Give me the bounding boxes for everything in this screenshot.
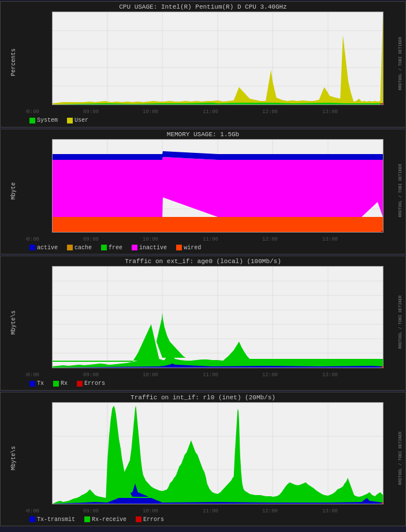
net-ext-chart-title: Traffic on ext_if: age0 (local) (100Mb/s…	[1, 256, 405, 266]
memory-active-box	[29, 245, 35, 250]
cpu-side-label: RRDTOOL / TOBI OETIKER	[395, 12, 405, 115]
int-tx-label: Tx-transmit	[37, 516, 75, 523]
memory-chart: MEMORY USAGE: 1.5Gb Mbyte	[0, 129, 406, 255]
cpu-system-label: System	[37, 117, 58, 123]
memory-chart-area: 1.5 G 1.0 G 0.5 G 0	[52, 139, 383, 233]
svg-text:09:00: 09:00	[83, 508, 99, 514]
svg-text:10:00: 10:00	[143, 237, 158, 242]
svg-text:12:00: 12:00	[262, 237, 278, 242]
cpu-user-legend-box	[67, 118, 73, 123]
int-rx-label: Rx-receive	[92, 516, 126, 523]
ext-errors-box	[77, 381, 83, 387]
svg-text:09:00: 09:00	[83, 109, 99, 115]
net-int-y-label: Mbyte\s	[10, 445, 17, 471]
memory-free-box	[101, 245, 107, 250]
svg-text:10:00: 10:00	[143, 109, 158, 115]
svg-text:10:00: 10:00	[143, 372, 158, 378]
memory-free-label: free	[109, 245, 122, 251]
net-ext-legend: Tx Rx Errors	[1, 379, 405, 390]
memory-wired-label: wired	[184, 245, 201, 251]
svg-text:11:00: 11:00	[203, 237, 218, 242]
cpu-chart-area: 100 80 60 40 20 0 08:00 09:00 10:00	[52, 12, 383, 105]
cpu-legend: System User	[1, 115, 405, 127]
svg-text:13:00: 13:00	[322, 237, 338, 242]
svg-marker-49	[53, 217, 383, 232]
ext-tx-label: Tx	[37, 380, 44, 387]
net-ext-y-label: Mbyte\s	[10, 310, 17, 335]
svg-text:13:00: 13:00	[322, 372, 338, 378]
svg-marker-50	[53, 157, 383, 217]
int-rx-box	[84, 516, 90, 522]
net-ext-chart: Traffic on ext_if: age0 (local) (100Mb/s…	[0, 256, 406, 391]
svg-text:09:00: 09:00	[83, 237, 99, 242]
memory-side-label: RRDTOOL / TOBI OETIKER	[395, 139, 405, 243]
svg-text:08:00: 08:00	[26, 237, 39, 242]
net-int-chart: Traffic on int_if: rl0 (inet) (20Mb/s) M…	[0, 392, 406, 527]
svg-text:11:00: 11:00	[203, 109, 218, 115]
memory-y-label: Mbyte	[10, 178, 17, 204]
svg-text:11:00: 11:00	[203, 508, 218, 514]
memory-cache-label: cache	[75, 245, 92, 251]
memory-legend: active cache free inactive wired	[1, 243, 405, 254]
memory-cache-box	[67, 245, 73, 250]
cpu-y-label: Percents	[10, 51, 17, 76]
svg-text:09:00: 09:00	[83, 372, 99, 378]
net-int-side-label: RRDTOOL / TOBI OETIKER	[395, 402, 405, 515]
memory-inactive-box	[132, 245, 137, 250]
memory-chart-title: MEMORY USAGE: 1.5Gb	[1, 129, 405, 139]
cpu-user-label: User	[75, 117, 88, 123]
svg-text:12:00: 12:00	[262, 372, 278, 378]
svg-text:10:00: 10:00	[143, 508, 158, 514]
memory-wired-box	[176, 245, 182, 250]
net-int-chart-area: 2.0 M 1.0 M 0	[52, 402, 383, 504]
ext-rx-box	[53, 381, 59, 387]
ext-errors-label: Errors	[84, 380, 105, 387]
ext-tx-box	[29, 381, 35, 387]
net-ext-chart-area: 14 M 12 M 10 M 8 M 6 M 4 M 2 M 0	[52, 266, 383, 368]
svg-text:08:00: 08:00	[26, 508, 39, 514]
int-tx-box	[29, 516, 35, 522]
svg-text:13:00: 13:00	[322, 508, 338, 514]
int-errors-box	[136, 516, 141, 522]
svg-text:13:00: 13:00	[322, 109, 338, 115]
net-int-legend: Tx-transmit Rx-receive Errors	[1, 515, 405, 526]
svg-text:12:00: 12:00	[262, 109, 278, 115]
int-errors-label: Errors	[143, 516, 164, 523]
net-ext-side-label: RRDTOOL / TOBI OETIKER	[395, 266, 405, 379]
cpu-system-legend-box	[29, 118, 35, 123]
net-int-chart-title: Traffic on int_if: rl0 (inet) (20Mb/s)	[1, 392, 405, 402]
ext-rx-label: Rx	[61, 380, 68, 387]
svg-text:11:00: 11:00	[203, 372, 218, 378]
memory-active-label: active	[37, 245, 58, 251]
cpu-chart: CPU USAGE: Intel(R) Pentium(R) D CPU 3.4…	[0, 1, 406, 128]
cpu-chart-title: CPU USAGE: Intel(R) Pentium(R) D CPU 3.4…	[1, 2, 405, 12]
svg-text:08:00: 08:00	[26, 109, 39, 115]
svg-text:08:00: 08:00	[26, 372, 39, 378]
svg-text:12:00: 12:00	[262, 508, 278, 514]
memory-inactive-label: inactive	[139, 245, 167, 251]
